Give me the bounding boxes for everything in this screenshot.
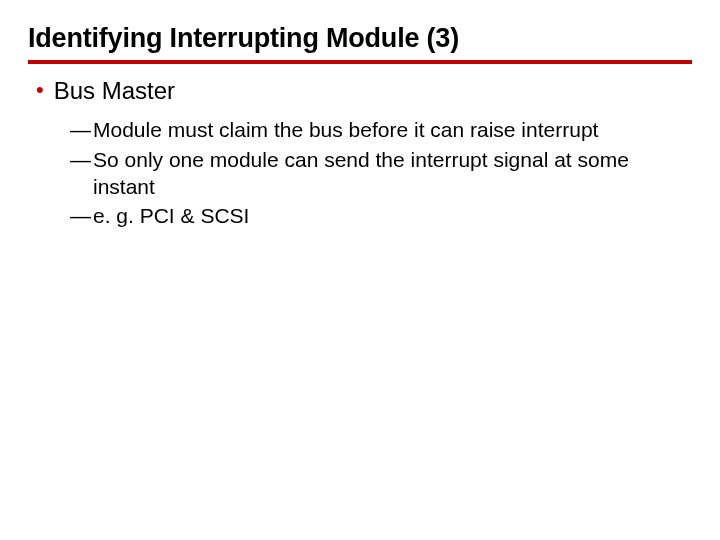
bullet-label: Bus Master (54, 76, 175, 106)
slide: Identifying Interrupting Module (3) • Bu… (0, 0, 720, 540)
sub-bullet-text: e. g. PCI & SCSI (93, 202, 249, 229)
dash-icon: — (70, 116, 91, 143)
slide-title: Identifying Interrupting Module (3) (28, 22, 692, 54)
sub-bullet-item: — Module must claim the bus before it ca… (70, 116, 652, 143)
sub-bullet-text: Module must claim the bus before it can … (93, 116, 598, 143)
sub-bullet-text: So only one module can send the interrup… (93, 146, 652, 201)
sub-bullet-item: — e. g. PCI & SCSI (70, 202, 652, 229)
bullet-dot-icon: • (36, 79, 44, 101)
dash-icon: — (70, 146, 91, 173)
dash-icon: — (70, 202, 91, 229)
sub-bullet-item: — So only one module can send the interr… (70, 146, 652, 201)
sub-bullet-list: — Module must claim the bus before it ca… (70, 116, 652, 229)
title-rule (28, 60, 692, 64)
bullet-item: • Bus Master (36, 76, 692, 106)
